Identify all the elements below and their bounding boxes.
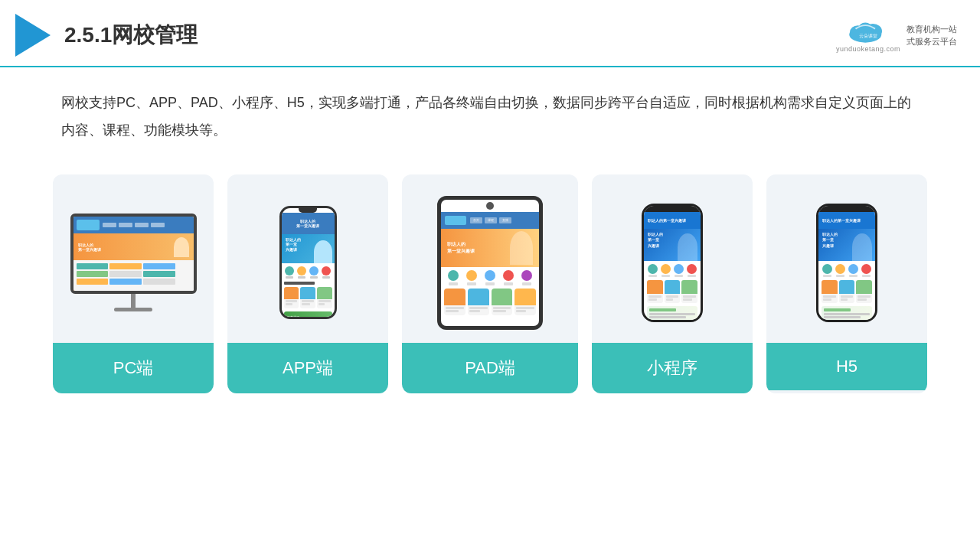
page-title: 2.5.1网校管理: [64, 21, 198, 50]
app-card-img: [317, 287, 332, 299]
brand-tagline: 教育机构一站 式服务云平台: [906, 23, 957, 48]
mscreen-card-top: [822, 280, 838, 294]
miniprogram-phone-mockup: 职达人的第一堂兴趣课 职达人的第一堂兴趣课: [642, 204, 703, 322]
app-banner-figure: [314, 240, 332, 263]
miniprogram-card-1: [647, 280, 663, 303]
miniprogram-banner-figure: [678, 233, 697, 261]
app-icon-circle: [309, 266, 318, 276]
pad-nav-item: 直播: [499, 217, 511, 223]
miniprogram-footer: [647, 306, 697, 320]
pad-nav: 首页 课程 直播: [470, 217, 511, 223]
app-icon-circle: [285, 266, 294, 276]
nav-item: [119, 223, 132, 227]
monitor-logo: [77, 220, 100, 230]
pad-banner-figure: [510, 231, 533, 265]
app-card-img: [300, 287, 315, 299]
app-course-section: [282, 280, 335, 310]
h5-banner: 职达人的第一堂兴趣课: [818, 229, 875, 261]
nav-item: [135, 223, 149, 227]
pad-course-text: [514, 305, 536, 315]
miniprogram-screen: 职达人的第一堂兴趣课 职达人的第一堂兴趣课: [644, 212, 701, 320]
app-icon-4: [322, 266, 331, 279]
miniprogram-footer-text: [649, 313, 695, 315]
monitor-screen: 职达人的第一堂兴趣课: [74, 217, 194, 291]
content-block: [77, 271, 109, 277]
app-icon-3: [309, 266, 318, 279]
h5-card-3: [856, 280, 872, 303]
pad-icon-label: [449, 282, 458, 285]
h5-card-2: [839, 280, 855, 303]
pad-course-text: [492, 305, 513, 315]
content-block: [109, 271, 142, 277]
pad-icon-1: [448, 270, 459, 285]
app-screen-header: 职达人的第一堂兴趣课: [282, 213, 335, 234]
pad-course-text: [468, 305, 489, 315]
app-course-card: [300, 287, 315, 308]
pad-icon-label: [504, 282, 513, 285]
pad-icon-5: [521, 270, 532, 285]
pad-icon-circle: [485, 270, 495, 281]
h5-header-text: 职达人的第一堂兴趣课: [822, 218, 861, 223]
content-block: [109, 279, 142, 285]
app-icon-label: [322, 276, 330, 279]
monitor-banner-img: [174, 237, 189, 257]
pad-mockup: 首页 课程 直播 职达人的第一堂兴趣课: [437, 196, 543, 330]
pc-monitor: 职达人的第一堂兴趣课: [70, 214, 197, 311]
pc-image-area: 职达人的第一堂兴趣课: [53, 174, 214, 343]
app-label: APP端: [227, 343, 388, 393]
pad-icon-label: [467, 282, 476, 285]
miniprogram-icon-1: [648, 264, 658, 277]
content-block: [77, 263, 109, 269]
mscreen-icon-dot: [661, 264, 671, 274]
miniprogram-image-area: 职达人的第一堂兴趣课 职达人的第一堂兴趣课: [592, 174, 753, 343]
svg-text:云朵课堂: 云朵课堂: [859, 34, 877, 38]
mscreen-icon-dot: [687, 264, 697, 274]
mscreen-card-top: [856, 280, 872, 294]
pad-icon-circle: [466, 270, 477, 281]
pad-icon-row: [441, 267, 539, 287]
mscreen-icon-dot: [674, 264, 684, 274]
app-card-line: [286, 300, 298, 302]
pad-body: 首页 课程 直播 职达人的第一堂兴趣课: [437, 196, 543, 330]
mscreen-icon-bar: [648, 275, 657, 277]
miniprogram-header: 职达人的第一堂兴趣课: [644, 212, 701, 229]
monitor-stand: [131, 294, 136, 308]
pad-card: 首页 课程 直播 职达人的第一堂兴趣课: [402, 174, 578, 393]
app-cards-row: [284, 287, 332, 308]
mscreen-card-line: [683, 298, 692, 301]
app-phone-screen: 职达人的第一堂兴趣课 职达人的第一堂兴趣课: [282, 213, 335, 317]
pad-course-line: [493, 307, 511, 309]
h5-footer: [822, 306, 872, 320]
content-block: [77, 279, 109, 285]
mscreen-card-line: [841, 295, 854, 298]
app-icon-circle: [322, 266, 331, 276]
app-ad-banner: 推荐课程: [284, 311, 332, 317]
miniprogram-header-text: 职达人的第一堂兴趣课: [648, 218, 686, 223]
h5-banner-figure: [852, 233, 872, 261]
h5-icon-3: [848, 264, 858, 277]
h5-footer-title: [824, 308, 851, 311]
miniprogram-phone-body: 职达人的第一堂兴趣课 职达人的第一堂兴趣课: [642, 204, 703, 322]
pad-icon-label: [485, 282, 495, 285]
h5-cards: [818, 279, 875, 305]
app-icon-label: [286, 276, 293, 279]
h5-card-1: [822, 280, 838, 303]
pad-icon-label: [522, 282, 531, 285]
mscreen-card-line: [823, 298, 831, 301]
brand-logo: 云朵课堂 yunduoketang.com 教育机构一站 式服务云平台: [836, 18, 957, 53]
mscreen-card-top: [839, 280, 855, 294]
cards-container: 职达人的第一堂兴趣课: [0, 159, 980, 409]
app-ad-text: 推荐课程: [287, 315, 299, 318]
pad-course-line: [469, 307, 488, 309]
app-icon-circle: [297, 266, 306, 276]
nav-item: [151, 223, 165, 227]
brand-domain: yunduoketang.com: [836, 45, 900, 53]
mscreen-card-top: [665, 280, 681, 294]
app-card-line: [302, 300, 314, 302]
header: 2.5.1网校管理 云朵课堂 yunduoketang.com 教育机构一站 式…: [0, 0, 980, 67]
content-block: [143, 263, 175, 269]
app-card-line: [318, 300, 331, 302]
pad-course-line: [516, 307, 534, 309]
mscreen-card-line: [841, 298, 848, 301]
mscreen-card-top: [681, 280, 697, 294]
